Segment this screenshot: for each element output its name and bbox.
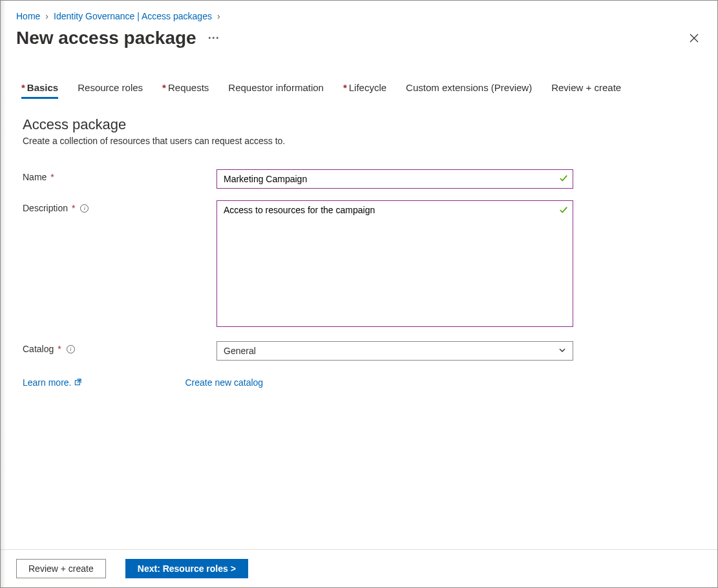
required-star-icon: * (58, 344, 61, 354)
required-star-icon: * (343, 82, 347, 93)
tab-resource-roles[interactable]: Resource roles (78, 82, 143, 98)
next-button[interactable]: Next: Resource roles > (125, 559, 248, 578)
section-title: Access package (23, 116, 702, 133)
chevron-down-icon (558, 346, 566, 356)
info-icon[interactable]: i (67, 345, 75, 353)
wizard-footer: Review + create Next: Resource roles > (1, 549, 717, 587)
required-star-icon: * (21, 82, 25, 93)
section-subtitle: Create a collection of resources that us… (23, 136, 702, 146)
name-label: Name * (23, 169, 216, 182)
tab-label: Requests (168, 82, 209, 93)
tab-requestor-info[interactable]: Requestor information (228, 82, 324, 98)
catalog-select[interactable]: General (216, 341, 573, 361)
tab-basics[interactable]: * Basics (21, 82, 58, 98)
learn-more-link[interactable]: Learn more. (23, 377, 81, 388)
tab-label: Basics (27, 82, 58, 93)
page-title: New access package ··· (16, 28, 220, 48)
label-text: Name (23, 172, 47, 182)
tab-lifecycle[interactable]: * Lifecycle (343, 82, 386, 98)
external-link-icon (74, 377, 81, 388)
review-create-button[interactable]: Review + create (16, 559, 106, 578)
label-text: Catalog (23, 344, 54, 354)
create-catalog-link[interactable]: Create new catalog (185, 377, 263, 388)
wizard-tabs: * Basics Resource roles * Requests Reque… (16, 82, 702, 98)
tab-label: Requestor information (228, 82, 324, 93)
description-textarea[interactable] (216, 200, 573, 327)
breadcrumb: Home › Identity Governance | Access pack… (16, 11, 702, 21)
page-title-text: New access package (16, 28, 196, 48)
label-text: Description (23, 203, 68, 213)
chevron-right-icon: › (45, 12, 48, 21)
info-icon[interactable]: i (80, 204, 89, 213)
tab-label: Resource roles (78, 82, 143, 93)
tab-custom-extensions[interactable]: Custom extensions (Preview) (406, 82, 532, 98)
tab-requests[interactable]: * Requests (162, 82, 209, 98)
description-label: Description * i (23, 200, 216, 213)
tab-review-create[interactable]: Review + create (551, 82, 621, 98)
tab-label: Lifecycle (349, 82, 386, 93)
overflow-menu-icon[interactable]: ··· (208, 32, 220, 45)
breadcrumb-home[interactable]: Home (16, 11, 40, 21)
link-text: Learn more. (23, 377, 71, 388)
close-button[interactable] (686, 30, 702, 46)
chevron-right-icon: › (217, 12, 220, 21)
svg-line-3 (78, 379, 81, 383)
catalog-label: Catalog * i (23, 341, 216, 354)
tab-label: Custom extensions (Preview) (406, 82, 532, 93)
name-input[interactable] (216, 169, 573, 189)
tab-label: Review + create (551, 82, 621, 93)
required-star-icon: * (50, 172, 54, 182)
required-star-icon: * (72, 203, 75, 213)
required-star-icon: * (162, 82, 166, 93)
breadcrumb-governance[interactable]: Identity Governance | Access packages (54, 11, 212, 21)
select-value: General (224, 346, 256, 356)
